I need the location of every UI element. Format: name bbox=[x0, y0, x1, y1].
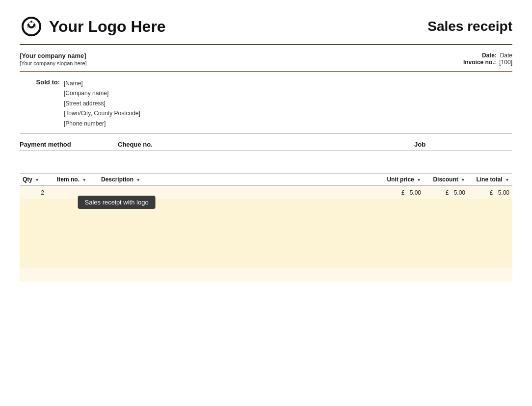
cell-itemno-1 bbox=[54, 185, 98, 199]
cell-unitprice-1: £ 5.00 bbox=[380, 185, 424, 199]
desc-dropdown-icon[interactable]: ▼ bbox=[136, 178, 140, 182]
payment-method-label: Payment method bbox=[20, 141, 118, 148]
sold-to-company: [Company name] bbox=[64, 88, 140, 98]
sold-to-phone: [Phone number] bbox=[64, 119, 140, 128]
date-block: Date: Date Invoice no.: [100] bbox=[463, 52, 512, 66]
table-header-row: Qty ▼ Item no. ▼ Description ▼ Unit pric… bbox=[20, 173, 512, 185]
invoice-line: Invoice no.: [100] bbox=[463, 59, 512, 66]
sold-to-label: Sold to: bbox=[20, 78, 64, 128]
col-header-discount: Discount ▼ bbox=[424, 173, 468, 185]
qty-dropdown-icon[interactable]: ▼ bbox=[35, 178, 39, 182]
sold-to-details: [Name] [Company name] [Street address] [… bbox=[64, 78, 140, 128]
logo-text: Your Logo Here bbox=[49, 18, 166, 36]
company-info: [Your company name] [Your company slogan… bbox=[20, 52, 87, 66]
cell-desc-1: Sales receipt with logo bbox=[98, 185, 380, 199]
company-row: [Your company name] [Your company slogan… bbox=[20, 52, 512, 72]
table-row bbox=[20, 268, 512, 281]
table-row bbox=[20, 213, 512, 227]
items-table: Qty ▼ Item no. ▼ Description ▼ Unit pric… bbox=[20, 173, 512, 282]
payment-row-headers: Payment method Cheque no. Job bbox=[20, 141, 512, 151]
company-name: [Your company name] bbox=[20, 52, 87, 59]
cheque-label: Cheque no. bbox=[118, 141, 414, 148]
table-row bbox=[20, 199, 512, 213]
logo-icon bbox=[20, 15, 43, 38]
sold-to-block: Sold to: [Name] [Company name] [Street a… bbox=[20, 78, 512, 134]
empty-row-cell bbox=[20, 199, 512, 213]
logo-area: Your Logo Here bbox=[20, 15, 166, 38]
job-label: Job bbox=[414, 141, 512, 148]
table-row bbox=[20, 227, 512, 240]
sold-to-name: [Name] bbox=[64, 78, 140, 88]
discount-dropdown-icon[interactable]: ▼ bbox=[461, 178, 465, 182]
col-header-unitprice: Unit price ▼ bbox=[380, 173, 424, 185]
table-row bbox=[20, 240, 512, 254]
receipt-title: Sales receipt bbox=[427, 19, 512, 34]
page-header: Your Logo Here Sales receipt bbox=[20, 15, 512, 45]
sold-to-street: [Street address] bbox=[64, 99, 140, 108]
sold-to-city: [Town/City, County Postcode] bbox=[64, 108, 140, 118]
cell-linetotal-1: £ 5.00 bbox=[468, 185, 512, 199]
col-header-desc: Description ▼ bbox=[98, 173, 380, 185]
company-slogan: [Your company slogan here] bbox=[20, 60, 87, 66]
empty-row-cell bbox=[20, 254, 512, 268]
cell-discount-1: £ 5.00 bbox=[424, 185, 468, 199]
table-row: 2 Sales receipt with logo £ 5.00 £ 5.00 … bbox=[20, 185, 512, 199]
col-header-qty: Qty ▼ bbox=[20, 173, 54, 185]
date-line: Date: Date bbox=[463, 52, 512, 59]
col-header-itemno: Item no. ▼ bbox=[54, 173, 98, 185]
linetotal-dropdown-icon[interactable]: ▼ bbox=[505, 178, 509, 182]
empty-row-cell bbox=[20, 227, 512, 240]
empty-row-cell bbox=[20, 240, 512, 254]
col-header-linetotal: Line total ▼ bbox=[468, 173, 512, 185]
table-row bbox=[20, 254, 512, 268]
unitprice-dropdown-icon[interactable]: ▼ bbox=[417, 178, 421, 182]
invoice-value: [100] bbox=[499, 59, 512, 66]
invoice-label: Invoice no.: bbox=[463, 59, 496, 66]
empty-row-cell bbox=[20, 268, 512, 281]
date-label: Date: bbox=[482, 52, 497, 59]
empty-row-cell bbox=[20, 213, 512, 227]
itemno-dropdown-icon[interactable]: ▼ bbox=[82, 178, 86, 182]
payment-row-values bbox=[20, 152, 512, 166]
date-value: Date bbox=[500, 52, 512, 59]
cell-qty-1: 2 bbox=[20, 185, 54, 199]
